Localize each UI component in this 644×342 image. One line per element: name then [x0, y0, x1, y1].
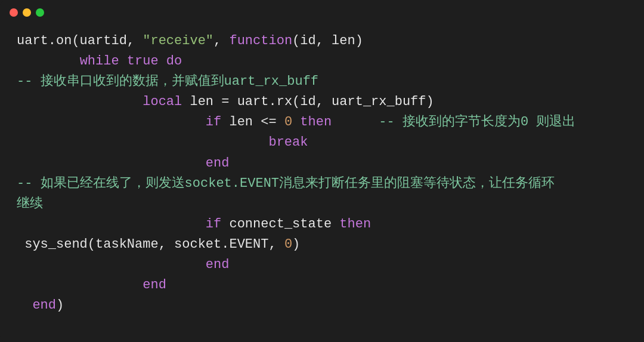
window: uart.on(uartid, "receive", function(id, …: [0, 0, 644, 342]
minimize-button[interactable]: [23, 8, 31, 17]
code-line-8: -- 如果已经在线了，则发送socket.EVENT消息来打断任务里的阻塞等待状…: [17, 174, 627, 194]
titlebar: [0, 0, 644, 25]
code-line-10: if connect_state then: [17, 214, 627, 235]
code-line-11: sys_send(taskName, socket.EVENT, 0): [17, 235, 627, 255]
code-line-7: end: [17, 153, 627, 174]
code-editor: uart.on(uartid, "receive", function(id, …: [0, 25, 644, 328]
close-button[interactable]: [10, 8, 18, 17]
code-line-4: local len = uart.rx(id, uart_rx_buff): [17, 92, 627, 112]
code-line-1: uart.on(uartid, "receive", function(id, …: [17, 31, 627, 51]
maximize-button[interactable]: [36, 8, 44, 17]
code-line-5: if len <= 0 then -- 接收到的字节长度为0 则退出: [17, 112, 627, 133]
code-line-14: end): [17, 295, 627, 316]
code-line-9: 继续: [17, 194, 627, 214]
code-line-3: -- 接收串口收到的数据，并赋值到uart_rx_buff: [17, 72, 627, 92]
code-line-6: break: [17, 133, 627, 153]
code-line-12: end: [17, 255, 627, 275]
code-line-13: end: [17, 275, 627, 295]
code-line-2: while true do: [17, 51, 627, 72]
